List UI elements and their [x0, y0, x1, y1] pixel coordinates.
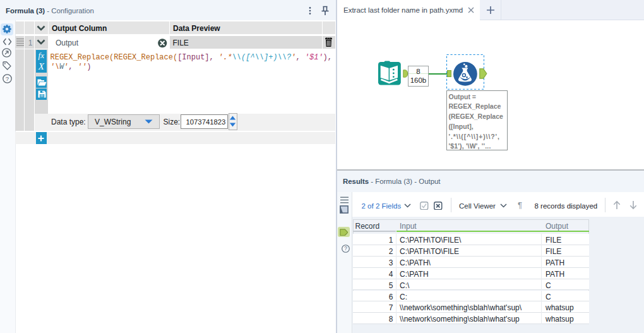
svg-text:?: ? — [344, 246, 347, 251]
svg-text:?: ? — [5, 75, 8, 82]
